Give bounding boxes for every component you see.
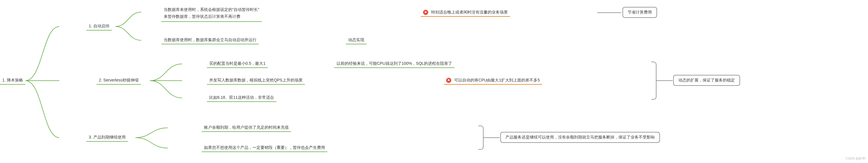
- b3-c1: 账户余额到期，给用户提供了充足的时间来充值: [202, 124, 291, 132]
- flag-icon: [423, 10, 428, 15]
- bracket-b3: [478, 126, 484, 150]
- connector-b3-box: [484, 137, 503, 139]
- b2-c1-tail: 以前的经验来说，可能CPU就达到了100%，SQL的进程在阻塞了: [334, 60, 455, 68]
- connector-b2: [150, 63, 208, 109]
- b1-c1-note: 特别适合晚上或者闲时没有流量的业务场景: [421, 9, 510, 17]
- branch-3-label: 3. 产品到期继续使用: [89, 135, 126, 139]
- b1-c2: 当数据库使用时，数据库集群会立马自动启动并运行: [161, 36, 259, 44]
- b3-box: 产品服务还是继续可以使用，没有余额到期就立马把服务断掉，保证了业务不受影响: [500, 132, 660, 143]
- b2-c3-text: 比如6.18、双11这种活动，非常适合: [209, 95, 274, 100]
- b3-box-text: 产品服务还是继续可以使用，没有余额到期就立马把服务断掉，保证了业务不受影响: [505, 135, 655, 139]
- b1-c1-box: 节省计算费用: [622, 7, 657, 18]
- b2-c1-tail-text: 以前的经验来说，可能CPU就达到了100%，SQL的进程在阻塞了: [337, 61, 452, 66]
- b1-c1-box-text: 节省计算费用: [628, 10, 652, 14]
- connector-b1: [115, 11, 167, 45]
- watermark-text: CSDN @皓琴i: [845, 157, 866, 160]
- watermark: CSDN @皓琴i: [845, 156, 866, 161]
- b1-c1: 当数据库未使用时，系统会根据设定的"自动暂停时长" 来暂停数据库，暂停状态后计算…: [161, 5, 262, 22]
- branch-3: 3. 产品到期继续使用: [87, 134, 128, 142]
- b1-c2-text: 当数据库使用时，数据库集群会立马自动启动并运行: [164, 37, 256, 42]
- b1-c2-tail-text: 动态实现: [348, 37, 364, 42]
- b1-c1-line2: 来暂停数据库，暂停状态后计算将不再计费: [164, 14, 240, 19]
- b1-c2-tail: 动态实现: [346, 36, 367, 44]
- b2-c2: 并发写入数据库数据，模拟线上突然QPS上升的场景: [207, 76, 305, 85]
- branch-1: 1. 自动启停: [87, 23, 112, 31]
- branch-1-label: 1. 自动启停: [89, 24, 110, 28]
- b2-box: 动态的扩展，保证了服务的稳定: [673, 75, 740, 86]
- root-label: 1. 降本策略: [2, 78, 23, 83]
- b2-c1: 买的配置当时是最小0.5，最大1: [207, 60, 268, 68]
- b2-c1-text: 买的配置当时是最小0.5，最大1: [209, 61, 266, 66]
- connector-b2-box: [656, 80, 676, 82]
- connector-root: [25, 23, 95, 144]
- b2-c2-text: 并发写入数据库数据，模拟线上突然QPS上升的场景: [209, 78, 303, 83]
- b3-c2-text: 如果您不想使用这个产品，一定要销毁（重要），暂停也会产生费用: [204, 145, 325, 150]
- b2-c3: 比如6.18、双11这种活动，非常适合: [207, 94, 276, 102]
- connector-b3: [135, 127, 193, 156]
- b1-c1-line1: 当数据库未使用时，系统会根据设定的"自动暂停时长": [164, 7, 259, 12]
- b2-c2-note: 可以自动的将CPU由最大1扩大到上面的差不多5: [444, 76, 542, 85]
- b3-c2: 如果您不想使用这个产品，一定要销毁（重要），暂停也会产生费用: [202, 144, 328, 152]
- b2-c2-note-text: 可以自动的将CPU由最大1扩大到上面的差不多5: [454, 78, 540, 83]
- root-node: 1. 降本策略: [0, 76, 25, 85]
- b3-c1-text: 账户余额到期，给用户提供了充足的时间来充值: [204, 125, 289, 130]
- branch-2: 2. Serverless秒级伸缩: [97, 76, 141, 85]
- b2-box-text: 动态的扩展，保证了服务的稳定: [678, 78, 735, 83]
- b1-c1-note-text: 特别适合晚上或者闲时没有流量的业务场景: [431, 10, 508, 14]
- flag-icon: [446, 78, 451, 83]
- bracket-b2: [651, 62, 656, 100]
- branch-2-label: 2. Serverless秒级伸缩: [99, 78, 138, 83]
